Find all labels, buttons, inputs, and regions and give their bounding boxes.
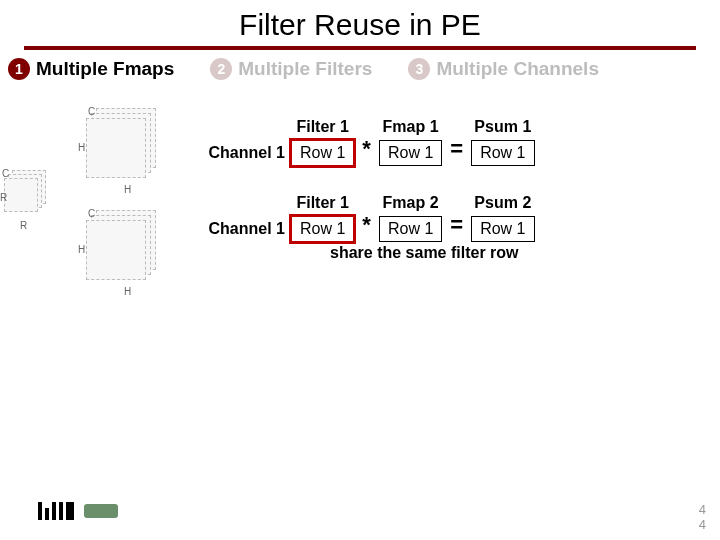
psum-block-2: Psum 2 Row 1 <box>471 194 534 242</box>
fmap-block-2: Fmap 2 Row 1 <box>379 194 442 242</box>
dim-H-1: H <box>78 142 85 153</box>
channel-label-2: Channel 1 <box>200 220 285 242</box>
dim-C-3: C <box>88 208 95 219</box>
filter-row-2: Row 1 <box>291 216 354 242</box>
channel-label-1: Channel 1 <box>200 144 285 166</box>
num-circle-3: 3 <box>408 58 430 80</box>
fmap-head-1: Fmap 1 <box>383 118 439 136</box>
filter-head-2: Filter 1 <box>296 194 348 212</box>
dim-H-2: H <box>124 184 131 195</box>
subhead-row: 1 Multiple Fmaps 2 Multiple Filters 3 Mu… <box>0 58 720 80</box>
filter-row-1: Row 1 <box>291 140 354 166</box>
subhead-2-label: Multiple Filters <box>238 58 372 80</box>
dim-R-2: R <box>20 220 27 231</box>
title-underline <box>24 46 696 50</box>
share-text: share the same filter row <box>330 244 710 262</box>
dim-C-1: C <box>2 168 9 179</box>
filter-block-2: Filter 1 Row 1 <box>291 194 354 242</box>
fmap-row-1: Row 1 <box>379 140 442 166</box>
dim-C-2: C <box>88 106 95 117</box>
psum-head-2: Psum 2 <box>474 194 531 212</box>
num-circle-1: 1 <box>8 58 30 80</box>
dim-R-1: R <box>0 192 7 203</box>
num-circle-2: 2 <box>210 58 232 80</box>
psum-head-1: Psum 1 <box>474 118 531 136</box>
dim-H-3: H <box>78 244 85 255</box>
psum-block-1: Psum 1 Row 1 <box>471 118 534 166</box>
star-op-2: * <box>360 212 373 242</box>
fmap-block-1: Fmap 1 Row 1 <box>379 118 442 166</box>
green-lozenge-icon <box>84 504 118 518</box>
star-op-1: * <box>360 136 373 166</box>
dim-H-4: H <box>124 286 131 297</box>
page-number: 4 4 <box>699 503 706 532</box>
eq-op-2: = <box>448 212 465 242</box>
subhead-2: 2 Multiple Filters <box>210 58 372 80</box>
slide-title: Filter Reuse in PE <box>0 0 720 46</box>
eq-row-2: Channel 1 Filter 1 Row 1 * Fmap 2 Row 1 … <box>200 194 710 242</box>
left-diagrams: C R R C H H C H H <box>0 120 220 320</box>
subhead-3: 3 Multiple Channels <box>408 58 599 80</box>
mit-logo <box>38 502 118 520</box>
psum-row-2: Row 1 <box>471 216 534 242</box>
fmap-row-2: Row 1 <box>379 216 442 242</box>
subhead-3-label: Multiple Channels <box>436 58 599 80</box>
eq-op-1: = <box>448 136 465 166</box>
fmap-head-2: Fmap 2 <box>383 194 439 212</box>
equations: Channel 1 Filter 1 Row 1 * Fmap 1 Row 1 … <box>200 118 710 262</box>
subhead-1: 1 Multiple Fmaps <box>8 58 174 80</box>
psum-row-1: Row 1 <box>471 140 534 166</box>
filter-block-1: Filter 1 Row 1 <box>291 118 354 166</box>
page-b: 4 <box>699 518 706 532</box>
filter-head-1: Filter 1 <box>296 118 348 136</box>
mit-bars-icon <box>38 502 74 520</box>
eq-row-1: Channel 1 Filter 1 Row 1 * Fmap 1 Row 1 … <box>200 118 710 166</box>
subhead-1-label: Multiple Fmaps <box>36 58 174 80</box>
page-a: 4 <box>699 503 706 517</box>
